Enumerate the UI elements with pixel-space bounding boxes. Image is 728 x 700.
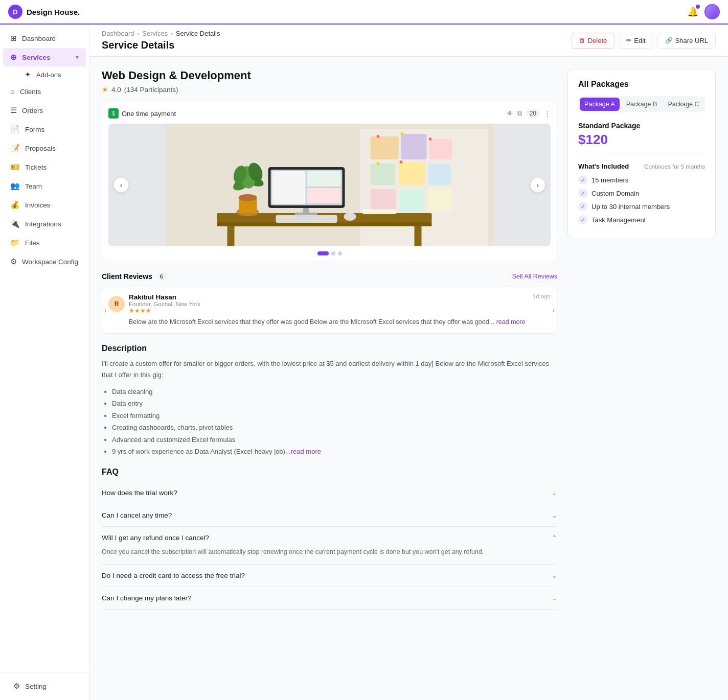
proposals-icon: 📝 [10, 144, 20, 153]
reviewer-info: R Rakibul Hasan Founder, Gochal, New Yor… [108, 293, 200, 314]
package-name: Standard Package [578, 122, 705, 130]
sidebar-item-dashboard[interactable]: ⊞ Dashboard [3, 29, 86, 48]
team-icon: 👥 [10, 181, 20, 191]
carousel-dot-1[interactable] [317, 251, 329, 255]
svg-rect-28 [428, 164, 451, 185]
delete-button[interactable]: 🗑 Delete [572, 33, 615, 49]
carousel-card: $ One time payment 👁 ⧉ 20 ⋮ [102, 102, 557, 262]
content-area: Web Design & Development ★ 4.0 (134 Part… [89, 57, 728, 622]
setting-icon: ⚙ [13, 682, 20, 691]
packages-title: All Packages [578, 80, 705, 89]
topbar: D Design House. 🔔 [0, 0, 728, 25]
reviews-title: Client Reviews 6 [102, 272, 167, 281]
review-card: ‹ R Rakibul Hasan Founder, Gochal, New Y… [102, 287, 557, 334]
svg-rect-7 [295, 213, 317, 215]
sidebar-item-tickets[interactable]: 🎫 Tickets [3, 158, 86, 176]
sidebar-footer-label: Setting [25, 683, 47, 690]
review-read-more[interactable]: read more [496, 318, 526, 325]
service-rating: ★ 4.0 (134 Participants) [102, 85, 557, 94]
desc-item-4: Creating dashboards, charts, pivot table… [112, 422, 557, 433]
package-tab-a[interactable]: Package A [580, 98, 620, 111]
orders-icon: ☰ [10, 106, 17, 115]
dashboard-icon: ⊞ [10, 34, 17, 43]
visibility-icon[interactable]: 👁 [507, 110, 513, 118]
check-icon-4: ✓ [578, 215, 587, 224]
desc-read-more[interactable]: read more [291, 448, 321, 455]
topbar-actions: 🔔 [687, 4, 720, 19]
faq-item-2[interactable]: Can I cancel any time? ⌄ [102, 504, 557, 527]
service-title: Web Design & Development [102, 69, 557, 82]
faq-item-4[interactable]: Do I need a credit card to access the fr… [102, 565, 557, 587]
carousel-dot-3[interactable] [338, 251, 342, 255]
copy-icon[interactable]: ⧉ [517, 109, 522, 118]
feature-3: ✓ Up to 30 internal members [578, 202, 705, 211]
sidebar-item-services[interactable]: ⊕ Services ▾ [3, 48, 86, 66]
faq-row-1: How does the trial work? ⌄ [102, 489, 557, 497]
carousel-payment-type: One time payment [122, 110, 176, 118]
sidebar-item-forms[interactable]: 📄 Forms [3, 120, 86, 138]
sidebar-item-integrations[interactable]: 🔌 Integrations [3, 215, 86, 233]
review-prev-button[interactable]: ‹ [104, 306, 107, 314]
faq-question-2: Can I cancel any time? [102, 511, 172, 519]
feature-text-2: Custom Domain [592, 190, 639, 197]
edit-button[interactable]: ✏ Edit [619, 33, 653, 49]
svg-point-15 [239, 194, 257, 201]
sidebar-item-orders[interactable]: ☰ Orders [3, 101, 86, 120]
faq-item-1[interactable]: How does the trial work? ⌄ [102, 482, 557, 504]
notification-bell[interactable]: 🔔 [687, 6, 698, 17]
sidebar-item-label: Workspace Config [22, 258, 78, 266]
faq-question-3: Will I get any refund once I cancel? [102, 534, 209, 542]
more-icon[interactable]: ⋮ [544, 110, 551, 118]
breadcrumb-services[interactable]: Services [142, 30, 168, 37]
sidebar-nav: ⊞ Dashboard ⊕ Services ▾ ✦ Add-ons ○ Cli… [0, 25, 89, 672]
faq-row-2: Can I cancel any time? ⌄ [102, 511, 557, 519]
sidebar-item-clients[interactable]: ○ Clients [3, 83, 86, 101]
sidebar-item-invoices[interactable]: 💰 Invoices [3, 196, 86, 214]
sidebar: ⊞ Dashboard ⊕ Services ▾ ✦ Add-ons ○ Cli… [0, 25, 89, 700]
chevron-down-icon-faq2: ⌄ [552, 511, 557, 519]
desc-item-3: Excel formatting [112, 410, 557, 422]
sidebar-item-label: Team [25, 182, 42, 190]
faq-title: FAQ [102, 468, 557, 477]
see-all-reviews-link[interactable]: Sell All Reviews [512, 273, 557, 280]
package-price: $120 [578, 132, 705, 148]
carousel-label: $ One time payment [108, 108, 176, 119]
sidebar-item-files[interactable]: 📁 Files [3, 234, 86, 252]
main-header: Dashboard › Services › Service Details S… [89, 25, 728, 57]
carousel-next-button[interactable]: › [530, 177, 545, 193]
faq-item-3[interactable]: Will I get any refund once I cancel? ⌃ O… [102, 527, 557, 565]
sidebar-item-workspace[interactable]: ⚙ Workspace Config [3, 252, 86, 271]
check-icon-3: ✓ [578, 202, 587, 211]
sidebar-item-proposals[interactable]: 📝 Proposals [3, 139, 86, 157]
carousel-count: 20 [526, 109, 540, 118]
reviews-label: Client Reviews [102, 272, 152, 281]
content-right: All Packages Package A Package B Package… [567, 69, 716, 610]
services-icon: ⊕ [10, 53, 17, 62]
breadcrumb-current: Service Details [176, 30, 220, 37]
payment-icon: $ [108, 108, 119, 119]
breadcrumb-dashboard[interactable]: Dashboard [102, 30, 134, 37]
review-next-button[interactable]: › [552, 306, 555, 314]
package-tab-c[interactable]: Package C [664, 98, 703, 111]
carousel-dot-2[interactable] [331, 251, 335, 255]
main-content: Dashboard › Services › Service Details S… [89, 25, 728, 700]
continues-label: Continues for 5 months [644, 164, 705, 170]
check-icon-2: ✓ [578, 189, 587, 198]
breadcrumb-sep1: › [138, 31, 140, 37]
sidebar-item-label: Files [25, 239, 40, 247]
carousel-prev-button[interactable]: ‹ [113, 177, 129, 193]
user-avatar[interactable] [704, 4, 720, 19]
feature-text-3: Up to 30 internal members [592, 203, 670, 211]
share-icon: 🔗 [665, 37, 673, 44]
package-tab-b[interactable]: Package B [622, 98, 662, 111]
workspace-icon: ⚙ [10, 257, 17, 266]
svg-rect-23 [371, 136, 399, 159]
sidebar-item-team[interactable]: 👥 Team [3, 177, 86, 195]
faq-item-5[interactable]: Can I change my plans later? ⌄ [102, 587, 557, 610]
chevron-down-icon-faq4: ⌄ [552, 572, 557, 579]
sidebar-item-addons[interactable]: ✦ Add-ons [19, 67, 86, 82]
sidebar-item-setting[interactable]: ⚙ Setting [6, 677, 83, 695]
sidebar-item-label: Orders [22, 107, 43, 114]
share-url-button[interactable]: 🔗 Share URL [657, 33, 716, 49]
sidebar-item-label: Services [22, 54, 51, 61]
